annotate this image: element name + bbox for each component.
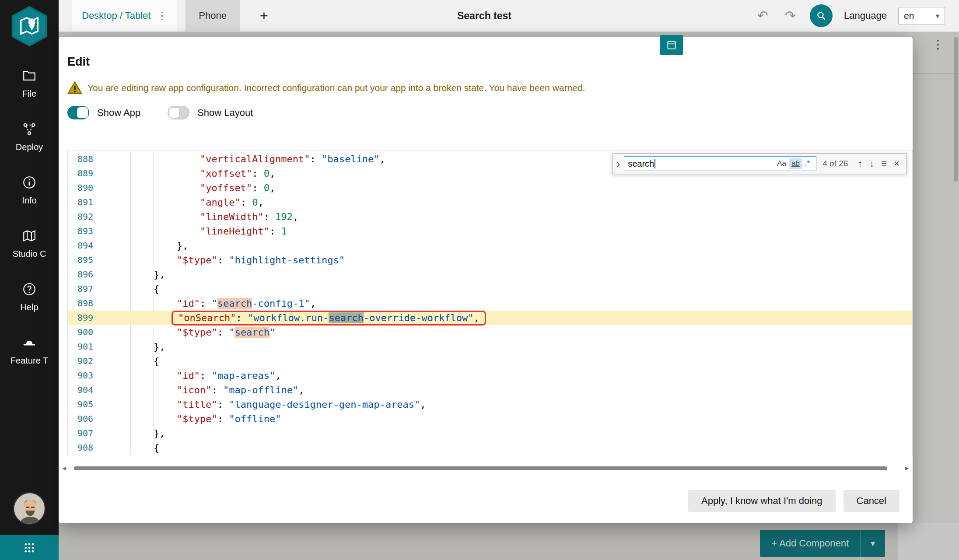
show-layout-toggle[interactable] [168,106,189,119]
language-select[interactable]: en ▾ [898,7,945,25]
tab-phone[interactable]: Phone [186,0,240,32]
whole-word-button[interactable]: ab [789,158,802,169]
add-tab-button[interactable]: + [257,8,271,23]
line-number[interactable]: 893 [68,224,106,238]
code-line[interactable]: 905 "title": "language-designer-gen-map-… [68,397,912,412]
code-line[interactable]: 894 }, [68,238,912,253]
find-input[interactable]: search Aa ab .* [624,156,816,171]
line-number[interactable]: 894 [68,238,106,253]
code-lines: 888 "verticalAlignment": "baseline",889 … [68,150,912,455]
code-line[interactable]: 897 { [68,282,912,296]
scroll-right-arrow[interactable]: ► [904,465,910,471]
code-line[interactable]: 901 }, [68,340,912,354]
line-number[interactable]: 905 [68,397,106,412]
line-number[interactable]: 891 [68,195,106,210]
sidebar-item-label: Info [22,196,36,206]
apps-grid-button[interactable] [0,535,59,560]
regex-button[interactable]: .* [802,158,812,169]
scrollbar-thumb[interactable] [74,466,887,470]
code-text: }, [106,238,188,253]
code-line[interactable]: 900 "$type": "search" [68,325,912,340]
sidebar-item-studio-c[interactable]: Studio C [0,228,59,259]
code-line[interactable]: 908 { [68,441,912,455]
sidebar-item-label: Deploy [16,142,43,152]
tab-desktop-tablet[interactable]: Desktop / Tablet⋮ [72,0,177,32]
line-number[interactable]: 907 [68,426,106,441]
code-token: : [236,312,248,323]
code-line[interactable]: 896 }, [68,267,912,282]
code-line[interactable]: 907 }, [68,426,912,441]
sidebar-item-info[interactable]: Info [0,175,59,206]
line-number[interactable]: 903 [68,368,106,383]
code-line[interactable]: 895 "$type": "highlight-settings" [68,253,912,267]
code-text: }, [106,426,165,441]
line-number[interactable]: 904 [68,383,106,397]
line-number[interactable]: 895 [68,253,106,267]
code-line[interactable]: 891 "angle": 0, [68,195,912,210]
scroll-left-arrow[interactable]: ◄ [61,465,67,471]
code-text: { [106,354,159,368]
code-line[interactable]: 902 { [68,354,912,368]
line-number[interactable]: 897 [68,282,106,296]
avatar[interactable] [13,492,46,525]
text-caret [654,159,655,168]
code-token: "offline" [229,413,281,424]
code-token: , [258,197,263,208]
sidebar-item-deploy[interactable]: Deploy [0,122,59,152]
line-number[interactable]: 906 [68,412,106,426]
match-case-button[interactable]: Aa [774,158,789,169]
scrollbar-track[interactable] [71,466,900,470]
code-token: "workflow.run- [248,312,329,323]
line-number[interactable]: 896 [68,267,106,282]
code-token: "$type" [177,413,217,424]
code-text: "title": "language-designer-gen-map-area… [106,397,426,412]
next-match-button[interactable]: ↓ [866,159,878,168]
code-token: : [217,399,229,410]
code-line[interactable]: 893 "lineHeight": 1 [68,224,912,238]
line-number[interactable]: 892 [68,210,106,224]
find-fold-chevron-icon[interactable]: › [612,154,624,174]
code-line[interactable]: 904 "icon": "map-offline", [68,383,912,397]
code-token: "angle" [200,197,241,208]
code-line[interactable]: 898 "id": "search-config-1", [68,296,912,311]
tab-menu-kebab-icon[interactable]: ⋮ [157,10,167,22]
code-editor[interactable]: 888 "verticalAlignment": "baseline",889 … [67,150,913,456]
sidebar-item-feature-t[interactable]: Feature T [0,335,59,366]
code-line[interactable]: 903 "id": "map-areas", [68,368,912,383]
sidebar-item-help[interactable]: Help [0,282,59,312]
line-number[interactable]: 900 [68,325,106,340]
warning-icon [67,80,82,95]
line-number[interactable]: 898 [68,296,106,311]
code-text: "angle": 0, [106,195,264,210]
redo-button[interactable]: ↷ [782,9,798,23]
widget-icon [666,39,677,51]
line-number[interactable]: 890 [68,181,106,195]
previous-match-button[interactable]: ↑ [854,159,866,168]
line-number[interactable]: 908 [68,441,106,455]
close-find-button[interactable]: × [890,159,903,168]
show-app-toggle[interactable] [67,106,89,119]
find-in-selection-button[interactable]: ≡ [878,159,890,168]
sidebar-item-file[interactable]: File [0,68,59,99]
undo-button[interactable]: ↶ [755,9,771,23]
chevron-down-icon: ▾ [936,12,939,20]
code-line[interactable]: 899 "onSearch": "workflow.run-search-ove… [68,311,912,325]
deploy-icon [22,122,37,138]
cancel-button[interactable]: Cancel [844,490,900,512]
code-line[interactable]: 892 "lineWidth": 192, [68,210,912,224]
code-text: "id": "map-areas", [106,368,281,383]
find-count: 4 of 26 [822,159,848,168]
code-token: , [270,168,275,179]
line-number[interactable]: 889 [68,166,106,181]
topbar: Desktop / Tablet⋮Phone + Search test ↶ ↷… [59,0,959,32]
code-line[interactable]: 906 "$type": "offline" [68,412,912,426]
code-line[interactable]: 890 "yoffset": 0, [68,181,912,195]
line-number[interactable]: 901 [68,340,106,354]
line-number[interactable]: 888 [68,152,106,166]
search-button[interactable] [810,4,833,27]
line-number[interactable]: 902 [68,354,106,368]
apply-button[interactable]: Apply, I know what I'm doing [688,490,835,512]
code-text: "$type": "highlight-settings" [106,253,345,267]
line-number[interactable]: 899 [68,311,106,325]
app-logo-icon[interactable] [7,4,51,48]
